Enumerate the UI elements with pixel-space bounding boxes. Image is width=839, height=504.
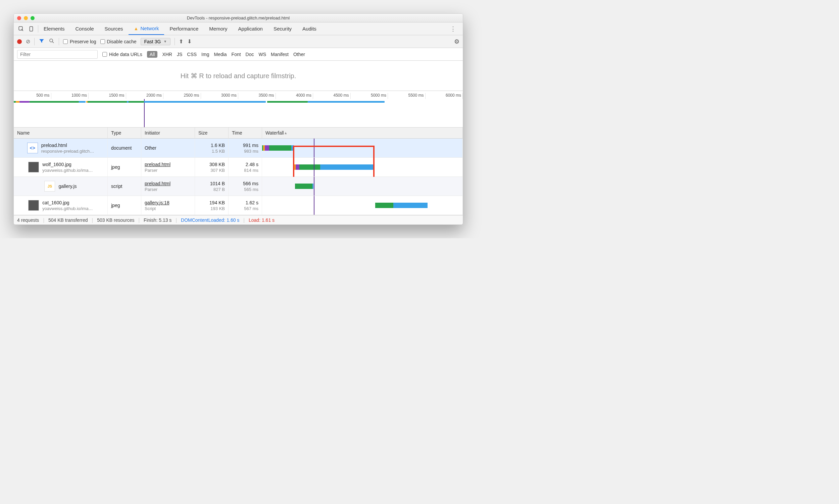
throttling-dropdown[interactable]: Fast 3G▼ [141,38,171,45]
status-finish: Finish: 5.13 s [144,217,172,223]
request-row-type[interactable]: jpeg [108,196,141,215]
filter-type-doc[interactable]: Doc [246,52,254,57]
timeline-tick: 4500 ms [313,93,351,99]
status-dcl: DOMContentLoaded: 1.60 s [181,217,239,223]
chevron-down-icon: ▼ [163,40,167,43]
request-row-size[interactable]: 308 KB307 KB [195,158,229,177]
more-menu-icon[interactable]: ⋮ [447,25,459,33]
filter-type-css[interactable]: CSS [187,52,197,57]
request-row-time[interactable]: 1.62 s567 ms [229,196,262,215]
tab-network[interactable]: ▲Network [128,22,164,35]
column-header-type[interactable]: Type [108,127,141,139]
overview-segment [127,101,129,103]
tab-security[interactable]: Security [268,22,297,35]
waterfall-segment-waiting [295,183,313,189]
search-icon[interactable] [49,38,55,45]
download-har-icon[interactable]: ⬇ [187,38,192,44]
tab-sources[interactable]: Sources [99,22,128,35]
waterfall-segment-connect [265,145,269,151]
tab-console[interactable]: Console [70,22,99,35]
request-row-type[interactable]: script [108,177,141,196]
record-button[interactable] [17,39,22,44]
waterfall-cursor [314,196,315,215]
request-row-size[interactable]: 194 KB193 KB [195,196,229,215]
filter-bar: Hide data URLs AllXHRJSCSSImgMediaFontDo… [14,48,463,61]
overview-segment [144,101,266,103]
request-row-name[interactable]: cat_1600.jpgyoavweiss.github.io/ima… [14,196,108,215]
file-type-icon [28,162,39,173]
request-row-initiator[interactable]: preload.htmlParser [141,177,195,196]
inspect-element-icon[interactable] [18,25,24,32]
request-row-waterfall[interactable] [262,196,463,215]
divider [34,38,35,45]
column-header-waterfall[interactable]: Waterfall▲ [262,127,463,139]
filter-type-all[interactable]: All [147,51,158,58]
filter-type-font[interactable]: Font [232,52,241,57]
filter-type-other[interactable]: Other [293,52,305,57]
column-header-size[interactable]: Size [195,127,229,139]
tab-performance[interactable]: Performance [164,22,204,35]
file-type-icon [28,200,39,211]
device-toolbar-icon[interactable] [28,25,35,32]
clear-icon[interactable]: ⊘ [26,38,30,44]
request-row-type[interactable]: jpeg [108,158,141,177]
filter-type-js[interactable]: JS [177,52,182,57]
overview-segment [79,101,86,103]
request-row-name[interactable]: wolf_1600.jpgyoavweiss.github.io/ima… [14,158,108,177]
tab-memory[interactable]: Memory [204,22,233,35]
filter-type-img[interactable]: Img [201,52,209,57]
request-row-waterfall[interactable] [262,139,463,158]
timeline-overview[interactable]: 500 ms1000 ms1500 ms2000 ms2500 ms3000 m… [14,91,463,127]
request-row-size[interactable]: 1.6 KB1.5 KB [195,139,229,158]
divider [59,38,59,45]
filter-type-xhr[interactable]: XHR [162,52,172,57]
request-row-time[interactable]: 2.48 s814 ms [229,158,262,177]
maximize-window-button[interactable] [31,16,35,20]
close-window-button[interactable] [17,16,21,20]
request-row-name[interactable]: JSgallery.js [14,177,108,196]
upload-har-icon[interactable]: ⬆ [179,38,183,44]
request-row-type[interactable]: document [108,139,141,158]
request-row-waterfall[interactable] [262,158,463,177]
tab-application[interactable]: Application [233,22,268,35]
request-row-size[interactable]: 1014 B827 B [195,177,229,196]
request-row-initiator[interactable]: Other [141,139,195,158]
hide-data-urls-checkbox[interactable]: Hide data URLs [102,52,142,57]
filter-icon[interactable] [39,38,44,45]
request-row-initiator[interactable]: gallery.js:18Script [141,196,195,215]
overview-segment [16,101,19,103]
settings-gear-icon[interactable]: ⚙ [454,38,460,45]
status-transferred: 504 KB transferred [48,217,88,223]
window-titlebar: DevTools - responsive-preload.glitch.me/… [14,14,463,22]
filter-type-ws[interactable]: WS [259,52,266,57]
column-header-time[interactable]: Time [229,127,262,139]
preserve-log-checkbox[interactable]: Preserve log [63,39,96,44]
request-row-time[interactable]: 566 ms565 ms [229,177,262,196]
svg-rect-1 [30,26,33,31]
request-row-time[interactable]: 991 ms983 ms [229,139,262,158]
tab-elements[interactable]: Elements [38,22,70,35]
file-type-icon: <> [27,143,38,154]
filter-input[interactable] [17,50,98,59]
timeline-tick: 4000 ms [276,93,314,99]
overview-segment [308,101,385,103]
network-toolbar: ⊘ Preserve log Disable cache Fast 3G▼ ⬆ … [14,35,463,48]
waterfall-cursor [314,177,315,196]
tab-audits[interactable]: Audits [297,22,322,35]
request-row-name[interactable]: <>preload.htmlresponsive-preload.glitch… [14,139,108,158]
minimize-window-button[interactable] [24,16,28,20]
filter-type-manifest[interactable]: Manifest [271,52,289,57]
timeline-tick: 1500 ms [89,93,126,99]
waterfall-segment-download [313,183,314,189]
column-header-initiator[interactable]: Initiator [141,127,195,139]
column-header-name[interactable]: Name [14,127,108,139]
timeline-tick: 2500 ms [163,93,201,99]
filter-type-media[interactable]: Media [214,52,227,57]
waterfall-cursor [314,158,315,177]
request-row-waterfall[interactable] [262,177,463,196]
request-row-initiator[interactable]: preload.htmlParser [141,158,195,177]
disable-cache-checkbox[interactable]: Disable cache [100,39,137,44]
timeline-tick: 5500 ms [388,93,426,99]
devtools-window: DevTools - responsive-preload.glitch.me/… [14,14,463,225]
status-load: Load: 1.61 s [249,217,274,223]
